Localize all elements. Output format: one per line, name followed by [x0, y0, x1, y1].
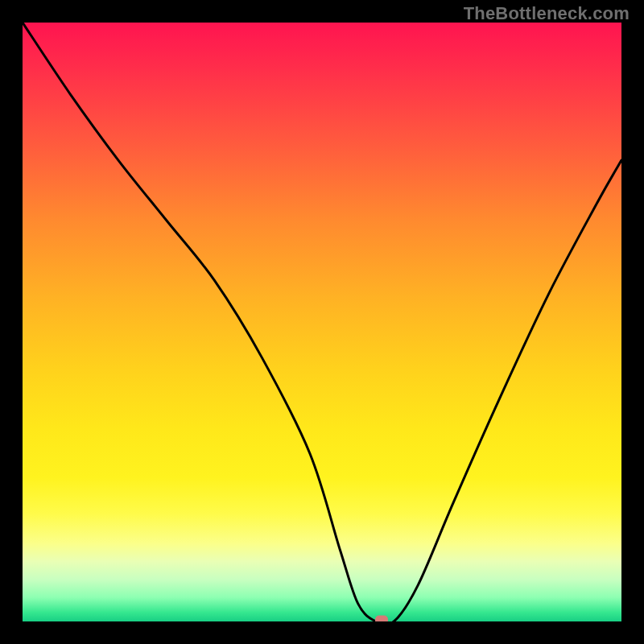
watermark-text: TheBottleneck.com — [464, 3, 630, 24]
plot-area — [23, 23, 621, 621]
optimal-point-marker — [375, 616, 388, 622]
chart-frame: TheBottleneck.com — [0, 0, 644, 644]
bottleneck-curve — [23, 23, 621, 621]
